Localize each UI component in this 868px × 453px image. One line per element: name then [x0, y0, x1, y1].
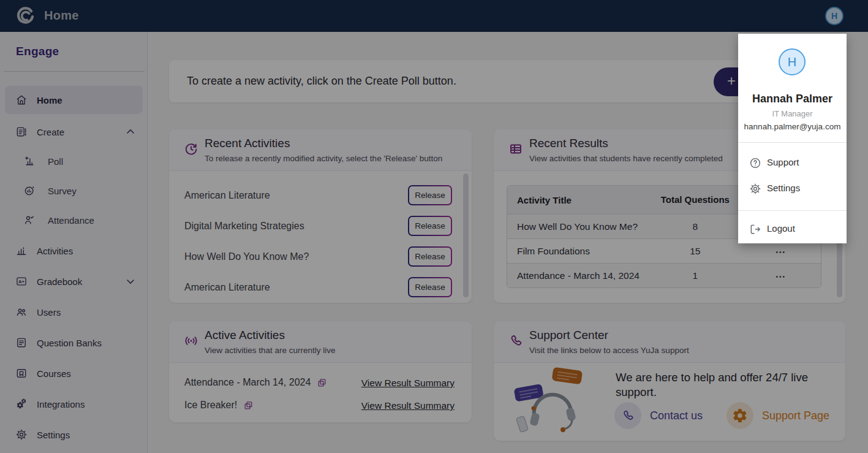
user-name: Hannah Palmer — [738, 93, 847, 105]
question-circle-icon — [749, 157, 761, 169]
user-menu: H Hannah Palmer IT Manager hannah.palmer… — [738, 34, 847, 243]
menu-item-settings[interactable]: Settings — [738, 176, 847, 202]
menu-item-label: Settings — [767, 183, 800, 193]
user-role: IT Manager — [738, 109, 847, 118]
menu-item-label: Support — [767, 157, 799, 167]
gear-icon — [749, 183, 761, 195]
user-email: hannah.palmer@yuja.com — [738, 122, 847, 131]
app-root: Home H Engage Home Create — [0, 0, 868, 453]
avatar-initial: H — [788, 55, 796, 69]
menu-divider — [738, 210, 847, 211]
menu-item-label: Logout — [767, 223, 795, 234]
menu-item-support[interactable]: Support — [738, 150, 847, 176]
menu-item-logout[interactable]: Logout — [738, 216, 847, 242]
logout-icon — [749, 223, 761, 235]
menu-divider — [738, 142, 847, 143]
avatar: H — [779, 48, 806, 75]
